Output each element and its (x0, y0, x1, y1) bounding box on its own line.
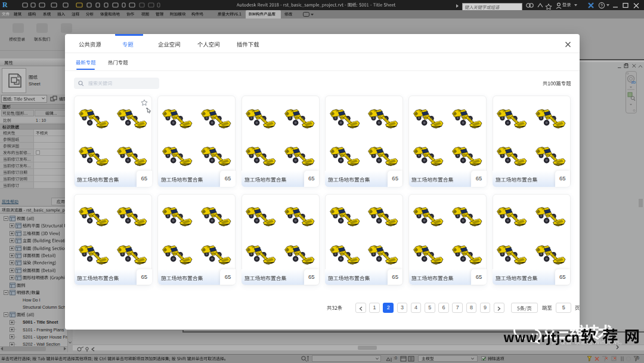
svg-text:2D: 2D (631, 81, 636, 84)
